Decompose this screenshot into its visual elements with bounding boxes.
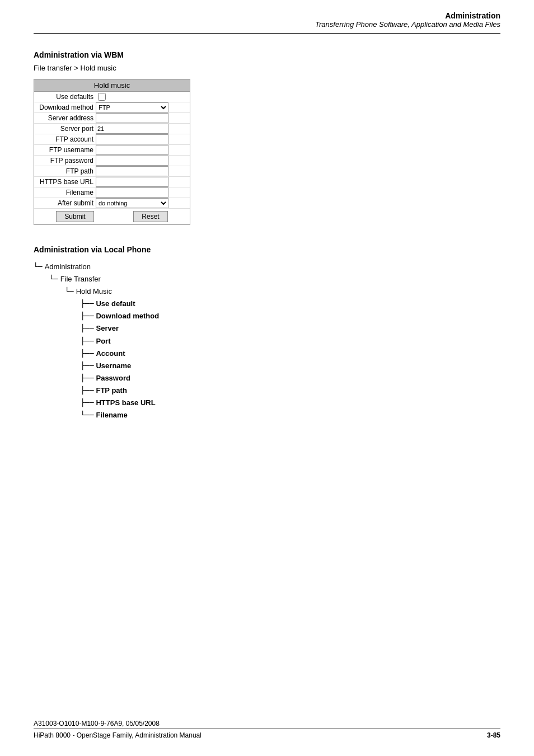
wbm-form: Hold music Use defaults Download method … bbox=[34, 79, 190, 225]
label-ftp-password: FTP password bbox=[34, 156, 96, 166]
header-subtitle: Transferring Phone Software, Application… bbox=[34, 20, 500, 29]
label-ftp-account: FTP account bbox=[34, 134, 96, 144]
tree-connector: └─ bbox=[34, 261, 43, 273]
form-row-download-method: Download method FTP HTTPS bbox=[34, 102, 190, 113]
form-row-https-base-url: HTTPS base URL bbox=[34, 177, 190, 187]
tree-connector: └── bbox=[81, 409, 93, 421]
tree-item-password: ├── Password bbox=[81, 372, 500, 384]
input-ftp-username[interactable] bbox=[96, 145, 168, 155]
tree-label-port: Port bbox=[96, 335, 110, 348]
input-ftp-password[interactable] bbox=[96, 156, 168, 166]
tree-connector: ├── bbox=[81, 384, 93, 397]
tree-connector: └─ bbox=[65, 285, 74, 298]
tree-container: └─ Administration └─ File Transfer └─ Ho… bbox=[34, 261, 500, 421]
form-row-use-defaults: Use defaults bbox=[34, 92, 190, 102]
tree-label-ftp-path: FTP path bbox=[96, 384, 127, 397]
tree-label-username: Username bbox=[96, 360, 131, 372]
label-filename: Filename bbox=[34, 187, 96, 198]
label-ftp-username: FTP username bbox=[34, 145, 96, 155]
input-filename[interactable] bbox=[96, 187, 168, 198]
submit-button[interactable]: Submit bbox=[56, 211, 93, 222]
form-row-server-address: Server address bbox=[34, 113, 190, 124]
tree-connector: ├── bbox=[81, 348, 93, 360]
tree-connector: └─ bbox=[49, 273, 58, 285]
checkbox-use-defaults[interactable] bbox=[98, 93, 106, 101]
label-ftp-path: FTP path bbox=[34, 166, 96, 176]
input-server-address[interactable] bbox=[96, 113, 168, 123]
label-use-defaults: Use defaults bbox=[34, 92, 96, 102]
tree-connector: ├── bbox=[81, 310, 93, 322]
tree-item-server: ├── Server bbox=[81, 322, 500, 335]
tree-label-file-transfer: File Transfer bbox=[60, 273, 101, 285]
tree-label-hold-music: Hold Music bbox=[76, 285, 112, 298]
input-https-base-url[interactable] bbox=[96, 177, 168, 187]
select-download-method[interactable]: FTP HTTPS bbox=[96, 102, 168, 112]
select-after-submit[interactable]: do nothing restart bbox=[96, 198, 168, 208]
reset-button[interactable]: Reset bbox=[133, 211, 167, 222]
form-row-after-submit: After submit do nothing restart bbox=[34, 198, 190, 209]
tree-item-https-base-url: ├── HTTPS base URL bbox=[81, 397, 500, 409]
form-row-server-port: Server port bbox=[34, 124, 190, 134]
tree-connector: ├── bbox=[81, 397, 93, 409]
tree-item-use-default: ├── Use default bbox=[81, 298, 500, 310]
tree-connector: ├── bbox=[81, 360, 93, 372]
footer-product: HiPath 8000 - OpenStage Family, Administ… bbox=[34, 731, 202, 739]
tree-connector: ├── bbox=[81, 322, 93, 335]
breadcrumb: File transfer > Hold music bbox=[34, 64, 500, 72]
tree-connector: ├── bbox=[81, 372, 93, 384]
input-ftp-path[interactable] bbox=[96, 166, 168, 176]
tree-label-server: Server bbox=[96, 322, 118, 335]
tree-item-administration: └─ Administration bbox=[34, 261, 500, 273]
input-ftp-account[interactable] bbox=[96, 134, 168, 144]
form-row-filename: Filename bbox=[34, 187, 190, 198]
label-download-method: Download method bbox=[34, 102, 96, 112]
label-after-submit: After submit bbox=[34, 198, 96, 208]
tree-item-download-method: ├── Download method bbox=[81, 310, 500, 322]
tree-connector: ├── bbox=[81, 335, 93, 348]
page-footer: A31003-O1010-M100-9-76A9, 05/05/2008 HiP… bbox=[34, 720, 500, 739]
tree-label-administration: Administration bbox=[45, 261, 91, 273]
form-row-ftp-path: FTP path bbox=[34, 166, 190, 177]
tree-item-account: ├── Account bbox=[81, 348, 500, 360]
label-server-address: Server address bbox=[34, 113, 96, 123]
tree-label-account: Account bbox=[96, 348, 125, 360]
tree-label-use-default: Use default bbox=[96, 298, 135, 310]
tree-label-download-method: Download method bbox=[96, 310, 159, 322]
tree-connector: ├── bbox=[81, 298, 93, 310]
footer-page-number: 3-85 bbox=[487, 731, 500, 739]
wbm-section-title: Administration via WBM bbox=[34, 50, 500, 59]
tree-label-filename: Filename bbox=[96, 409, 127, 421]
tree-item-port: ├── Port bbox=[81, 335, 500, 348]
footer-bottom: HiPath 8000 - OpenStage Family, Administ… bbox=[34, 729, 500, 739]
tree-item-file-transfer: └─ File Transfer bbox=[49, 273, 500, 285]
tree-item-hold-music: └─ Hold Music bbox=[65, 285, 500, 298]
form-row-ftp-password: FTP password bbox=[34, 156, 190, 166]
footer-doc-id: A31003-O1010-M100-9-76A9, 05/05/2008 bbox=[34, 720, 500, 727]
label-server-port: Server port bbox=[34, 124, 96, 134]
form-buttons: Submit Reset bbox=[34, 209, 190, 224]
tree-label-https-base-url: HTTPS base URL bbox=[96, 397, 155, 409]
input-server-port[interactable] bbox=[96, 124, 168, 134]
form-row-ftp-account: FTP account bbox=[34, 134, 190, 145]
form-header: Hold music bbox=[34, 79, 190, 92]
tree-item-username: ├── Username bbox=[81, 360, 500, 372]
form-row-ftp-username: FTP username bbox=[34, 145, 190, 156]
header-title: Administration bbox=[34, 11, 500, 20]
label-https-base-url: HTTPS base URL bbox=[34, 177, 96, 187]
local-section-title: Administration via Local Phone bbox=[34, 245, 500, 254]
tree-item-ftp-path: ├── FTP path bbox=[81, 384, 500, 397]
page-header: Administration Transferring Phone Softwa… bbox=[34, 11, 500, 34]
tree-label-password: Password bbox=[96, 372, 130, 384]
tree-item-filename: └── Filename bbox=[81, 409, 500, 421]
